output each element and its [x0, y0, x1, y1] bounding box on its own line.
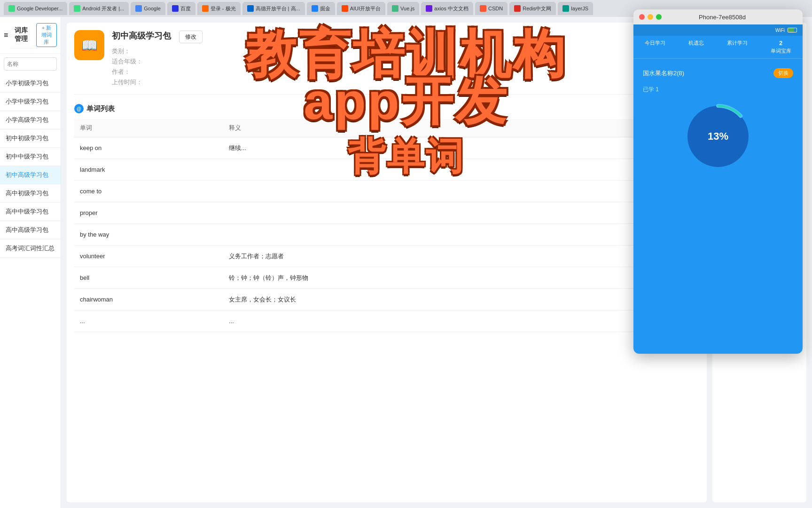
tab-icon-android — [74, 5, 80, 12]
sidebar-item-high-mid[interactable]: 高中中级学习包 — [0, 203, 61, 221]
tab-icon-axios — [426, 5, 432, 12]
search-container — [0, 54, 61, 74]
sidebar-item-primary-senior[interactable]: 小学高级学习包 — [0, 111, 61, 129]
package-header: 📖 初中高级学习包 修改 类别： 适合年级： — [74, 30, 699, 95]
tab-csdn[interactable]: CSDN — [475, 2, 508, 15]
tab-developer[interactable]: Google Developer... — [4, 2, 67, 15]
table-row: come to 编辑 删 — [74, 181, 699, 202]
tab-layerjs[interactable]: layerJS — [558, 2, 593, 15]
tab-icon-google — [135, 5, 142, 12]
progress-circle: 13% — [683, 101, 753, 172]
definition-cell: 铃；钟；钟（铃）声，钟形物 — [223, 267, 529, 289]
word-cell: bell — [74, 267, 223, 289]
word-cell: come to — [74, 181, 223, 202]
traffic-light-green[interactable] — [656, 14, 662, 20]
word-cell: proper — [74, 202, 223, 224]
meta-row-author: 作者： — [112, 68, 699, 76]
phone-window: Phone-7ee8508d WiFi 今日学习 机遗忘 累计学习 2 单词宝库 — [633, 9, 803, 354]
package-meta: 类别： 适合年级： 作者： — [112, 47, 699, 87]
meta-row-upload: 上传时间： — [112, 78, 699, 87]
tab-aurora[interactable]: 登录 - 极光 — [197, 2, 241, 15]
definition-cell — [223, 159, 529, 181]
definition-cell: 义务工作者；志愿者 — [223, 246, 529, 267]
tab-icon-redis — [514, 5, 521, 12]
table-header-row: 单词 释义 操作 — [74, 119, 699, 137]
sidebar-items: 小学初级学习包 小学中级学习包 小学高级学习包 初中初级学习包 初中中级学习包 … — [0, 74, 61, 508]
tab-icon-vue — [392, 5, 398, 12]
sidebar-header: ≡ 词库管理 + 新增词库 — [0, 17, 61, 54]
definition-cell — [223, 224, 529, 246]
definition-cell: ... — [223, 310, 529, 332]
sidebar-item-gaokao[interactable]: 高考词汇词性汇总 — [0, 239, 61, 258]
tab-redis[interactable]: Redis中文网 — [509, 2, 556, 15]
phone-titlebar: Phone-7ee8508d — [633, 9, 803, 24]
phone-nav: 今日学习 机遗忘 累计学习 2 单词宝库 — [633, 36, 803, 59]
tab-gaode[interactable]: 高德开放平台 | 高... — [242, 2, 305, 15]
sidebar-item-primary-mid[interactable]: 小学中级学习包 — [0, 93, 61, 111]
tab-icon-csdn — [480, 5, 486, 12]
col-word: 单词 — [74, 119, 223, 137]
phone-nav-wordbank-number: 2 — [779, 40, 782, 47]
word-cell: by the way — [74, 224, 223, 246]
tab-icon-juejin — [312, 5, 318, 12]
new-wordbank-button[interactable]: + 新增词库 — [36, 23, 57, 47]
definition-cell: 女主席，女会长；女议长 — [223, 289, 529, 310]
traffic-light-yellow[interactable] — [648, 14, 653, 20]
phone-nav-wordbank[interactable]: 2 单词宝库 — [771, 40, 791, 55]
sidebar-title: 词库管理 — [11, 22, 33, 48]
tab-android[interactable]: Android 开发者 |... — [69, 2, 129, 15]
phone-nav-today[interactable]: 今日学习 — [645, 40, 665, 55]
word-table: 单词 释义 操作 keep on 继续... 编辑 删 landmark 编辑 … — [74, 119, 699, 332]
table-row: chairwoman 女主席，女会长；女议长 编辑 删 — [74, 289, 699, 310]
table-row: keep on 继续... 编辑 删 — [74, 137, 699, 159]
word-list-section: @ 单词列表 全部（5 单词 释义 操作 — [74, 104, 699, 332]
table-row: proper 编辑 删 — [74, 202, 699, 224]
phone-nav-total[interactable]: 累计学习 — [727, 40, 748, 55]
battery-fill — [788, 28, 794, 32]
table-row: by the way 编辑 删 — [74, 224, 699, 246]
sidebar-item-junior-mid[interactable]: 初中中级学习包 — [0, 148, 61, 166]
tab-icon-aiui — [342, 5, 348, 12]
col-definition: 释义 — [223, 119, 529, 137]
sidebar-item-junior-primary[interactable]: 初中初级学习包 — [0, 129, 61, 148]
word-set-name: 国水果名称2(8) — [643, 69, 773, 78]
battery-icon — [788, 28, 797, 32]
tab-axios[interactable]: axios 中文文档 — [421, 2, 473, 15]
word-cell: landmark — [74, 159, 223, 181]
section-title-icon: @ — [74, 104, 84, 113]
phone-nav-forgot-label: 机遗忘 — [688, 40, 704, 47]
sidebar-item-high-senior[interactable]: 高中高级学习包 — [0, 221, 61, 239]
tab-icon-layerjs — [562, 5, 569, 12]
phone-nav-forgot[interactable]: 机遗忘 — [688, 40, 704, 55]
tab-baidu[interactable]: 百度 — [167, 2, 195, 15]
sidebar: ≡ 词库管理 + 新增词库 小学初级学习包 小学中级学习包 小学高级学习包 初中… — [0, 17, 61, 508]
phone-nav-today-label: 今日学习 — [645, 40, 665, 47]
tab-juejin[interactable]: 掘金 — [307, 2, 335, 15]
package-icon: 📖 — [74, 30, 104, 60]
sidebar-item-junior-senior[interactable]: 初中高级学习包 — [0, 166, 61, 184]
tab-google[interactable]: Google — [131, 2, 165, 15]
sidebar-item-high-primary[interactable]: 高中初级学习包 — [0, 184, 61, 203]
table-row: ... ... 编辑 删 — [74, 310, 699, 332]
phone-screen: WiFi 今日学习 机遗忘 累计学习 2 单词宝库 — [633, 24, 803, 354]
word-cell: chairwoman — [74, 289, 223, 310]
tab-icon-aurora — [202, 5, 209, 12]
phone-content: 国水果名称2(8) 切换 已学 1 13% — [633, 59, 803, 354]
definition-cell — [223, 202, 529, 224]
phone-nav-total-label: 累计学习 — [727, 40, 748, 47]
traffic-light-red[interactable] — [639, 14, 645, 20]
edit-package-button[interactable]: 修改 — [179, 31, 203, 43]
search-input[interactable] — [4, 57, 57, 71]
switch-word-set-button[interactable]: 切换 — [773, 68, 793, 78]
meta-row-category: 类别： — [112, 47, 699, 56]
phone-nav-wordbank-label: 单词宝库 — [771, 48, 791, 55]
package-info: 初中高级学习包 修改 类别： 适合年级： — [112, 30, 699, 87]
tab-vue[interactable]: Vue.js — [387, 2, 419, 15]
table-row: volunteer 义务工作者；志愿者 编辑 删 — [74, 246, 699, 267]
tab-icon-baidu — [172, 5, 179, 12]
definition-cell: 继续... — [223, 137, 529, 159]
word-set-info: 国水果名称2(8) 切换 — [643, 68, 793, 78]
learned-count: 已学 1 — [643, 86, 659, 94]
tab-aiui[interactable]: AIUI开放平台 — [337, 2, 385, 15]
sidebar-item-primary-junior[interactable]: 小学初级学习包 — [0, 74, 61, 93]
